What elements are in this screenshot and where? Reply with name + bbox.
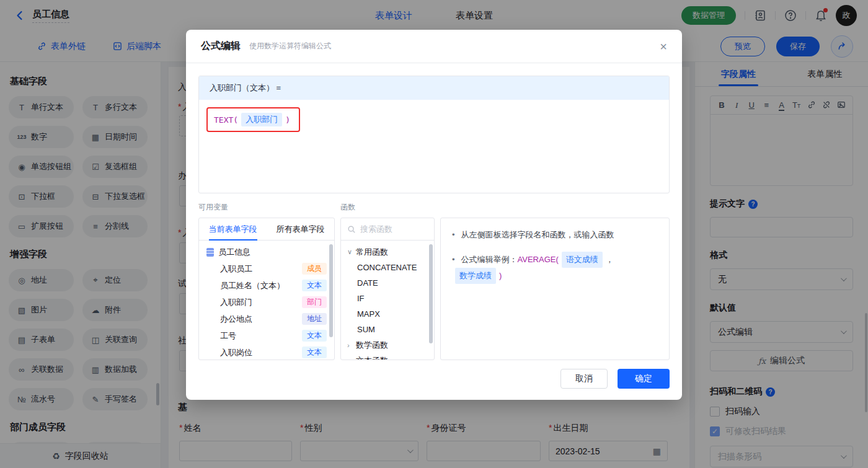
function-item[interactable]: SUM [341,322,434,337]
formula-target-field: 入职部门（文本） = [199,76,669,100]
function-search-input[interactable] [360,224,428,234]
form-doc-icon [206,248,214,257]
cancel-button[interactable]: 取消 [560,369,608,389]
caret-down-icon: ∨ [347,248,356,256]
caret-right-icon: › [347,342,356,349]
variables-panel: 当前表单字段 所有表单字段 员工信息 入职员工成员 员工姓名（文本）文本 入职部… [198,218,335,360]
formula-function-open: TEXT( [214,115,238,125]
help-line-1: 从左侧面板选择字段名和函数，或输入函数 [461,228,614,242]
functions-panel: ∨常用函数 CONCATENATE DATE IF MAPX SUM ›数学函数… [340,218,435,360]
example-chip-1: 语文成绩 [562,252,603,268]
formula-function-close: ) [285,115,290,125]
function-item[interactable]: IF [341,291,434,306]
type-badge-address: 地址 [302,313,327,325]
type-badge-department: 部门 [302,296,327,308]
example-chip-2: 数学成绩 [455,268,496,284]
formula-annotation-box: TEXT( 入职部门 ) [206,107,300,132]
bullet-icon: • [452,228,455,242]
variables-scrollbar[interactable] [329,244,333,337]
variable-row[interactable]: 入职员工成员 [199,260,334,277]
example-function-name: AVERAGE( [518,253,559,267]
bullet-icon: • [452,253,455,267]
variables-label: 可用变量 [198,202,340,213]
variable-row[interactable]: 办公地点地址 [199,311,334,327]
form-designer-app: 员工信息 表单设计 表单设置 数据管理 政 表单外链 [0,0,868,468]
formula-field-chip[interactable]: 入职部门 [241,113,282,126]
modal-title: 公式编辑 [201,40,241,53]
tab-current-form-fields[interactable]: 当前表单字段 [199,218,267,240]
function-search[interactable] [341,218,434,241]
modal-subtitle: 使用数学运算符编辑公式 [249,41,331,51]
variable-row[interactable]: 员工姓名（文本）文本 [199,277,334,294]
tree-root-form[interactable]: 员工信息 [199,244,334,260]
functions-scrollbar[interactable] [429,244,433,343]
function-group-math[interactable]: ›数学函数 [341,337,434,353]
type-badge-member: 成员 [302,263,327,275]
example-function-close: ) [499,269,502,283]
function-item[interactable]: MAPX [341,306,434,322]
variable-row[interactable]: 工号文本 [199,327,334,344]
function-group-text[interactable]: ›文本函数 [341,353,434,360]
function-item[interactable]: CONCATENATE [341,260,434,275]
caret-right-icon: › [347,357,356,361]
close-icon[interactable]: × [660,40,667,53]
variable-row[interactable]: 入职岗位文本 [199,344,334,360]
function-group-common[interactable]: ∨常用函数 [341,244,434,260]
tab-all-form-fields[interactable]: 所有表单字段 [267,218,334,240]
formula-editor-box[interactable]: 入职部门（文本） = TEXT( 入职部门 ) [198,76,670,193]
confirm-button[interactable]: 确定 [618,369,670,389]
help-example-prefix: 公式编辑举例： [461,253,518,267]
formula-help-panel: •从左侧面板选择字段名和函数，或输入函数 • 公式编辑举例： AVERAGE( … [440,218,670,360]
function-item[interactable]: DATE [341,275,434,291]
variable-row[interactable]: 入职部门部门 [199,294,334,311]
search-icon [347,225,356,234]
type-badge-text: 文本 [302,347,327,358]
type-badge-text: 文本 [302,330,327,342]
functions-label: 函数 [340,202,355,213]
type-badge-text: 文本 [302,280,327,291]
example-comma: ， [606,253,614,267]
formula-editor-modal: 公式编辑 使用数学运算符编辑公式 × 入职部门（文本） = TEXT( 入职部门… [186,30,682,400]
